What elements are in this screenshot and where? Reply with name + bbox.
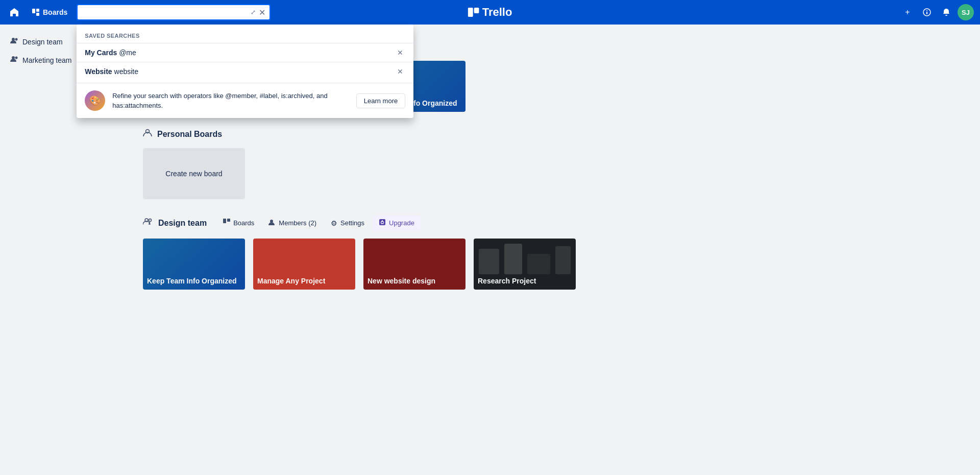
expand-icon[interactable]: ⤢ [251,9,256,16]
header-right: + SJ [899,4,974,20]
design-team-header: Design team Boards [143,216,960,230]
boards-tab-icon [223,219,230,227]
svg-rect-7 [926,12,927,14]
svg-point-9 [15,38,18,41]
svg-rect-4 [474,8,479,13]
team-icon-design [10,37,18,47]
logo-text: Trello [482,6,512,19]
sidebar-item-label-marketing: Marketing team [22,56,71,64]
home-button[interactable] [6,4,22,20]
boards-button[interactable]: Boards [27,5,72,19]
tab-settings[interactable]: ⚙ Settings [325,216,371,230]
close-search-icon[interactable]: ✕ [259,8,265,17]
svg-point-11 [15,57,18,59]
tip-icon: 🎨 [85,90,105,111]
design-board-title-2: Manage Any Project [257,276,325,286]
design-board-manage-project[interactable]: Manage Any Project [253,239,355,290]
svg-rect-3 [468,8,473,17]
boards-label: Boards [43,8,67,16]
notifications-button[interactable] [938,4,954,20]
create-button[interactable]: + [899,4,916,20]
tab-boards-label: Boards [233,219,254,227]
svg-rect-2 [36,13,39,16]
svg-rect-0 [32,9,35,13]
design-team-title: Design team [158,219,207,228]
personal-boards-grid: Create new board [143,148,960,199]
search-container: ⤢ ✕ SAVED SEARCHES My Cards @me ✕ Websit… [77,4,271,20]
svg-rect-16 [223,219,226,223]
sidebar-item-label-design: Design team [22,38,63,46]
design-board-title-3: New website design [368,276,435,286]
info-button[interactable] [919,4,935,20]
design-team-tabs: Boards Members (2) ⚙ Settings [217,216,421,230]
upgrade-tab-icon [379,219,386,227]
remove-saved-search-1[interactable]: ✕ [395,48,405,58]
design-board-title-4: Research Project [478,276,536,286]
team-icon-marketing [10,55,18,65]
saved-search-text-1: My Cards @me [85,49,136,57]
personal-boards-header: Personal Boards [143,128,960,140]
tab-upgrade[interactable]: Upgrade [373,216,421,230]
search-dropdown: SAVED SEARCHES My Cards @me ✕ Website we… [77,25,413,118]
header-logo: Trello [468,6,512,19]
saved-searches-label: SAVED SEARCHES [77,33,413,43]
person-icon [143,128,152,140]
svg-point-6 [926,10,927,11]
search-input-wrapper: ⤢ ✕ [77,4,271,20]
team-section-icon [143,217,152,229]
design-board-research[interactable]: Research Project [474,239,576,290]
tab-settings-label: Settings [340,219,364,227]
avatar[interactable]: SJ [958,4,974,20]
header: Boards ⤢ ✕ SAVED SEARCHES My Cards @me ✕… [0,0,980,25]
search-input[interactable] [82,8,248,16]
tab-upgrade-label: Upgrade [389,219,414,227]
tab-members-label: Members (2) [279,219,316,227]
svg-point-15 [149,219,152,222]
remove-saved-search-2[interactable]: ✕ [395,66,405,77]
svg-rect-17 [227,219,230,222]
search-tip: 🎨 Refine your search with operators like… [77,83,413,118]
personal-boards-title: Personal Boards [157,130,222,139]
learn-more-button[interactable]: Learn more [356,93,405,108]
saved-search-item-2[interactable]: Website website ✕ [77,62,413,81]
svg-rect-1 [36,9,39,12]
design-board-title-1: Keep Team Info Organized [147,276,237,286]
tab-members[interactable]: Members (2) [262,216,323,230]
saved-search-item-1[interactable]: My Cards @me ✕ [77,43,413,62]
members-tab-icon [268,219,276,227]
settings-tab-icon: ⚙ [331,219,337,227]
design-board-keep-team[interactable]: Keep Team Info Organized [143,239,245,290]
design-boards-grid: Keep Team Info Organized Manage Any Proj… [143,239,960,290]
saved-search-text-2: Website website [85,67,138,76]
create-board-card[interactable]: Create new board [143,148,245,199]
design-board-new-website[interactable]: New website design [363,239,465,290]
create-icon: + [905,8,910,17]
tab-boards[interactable]: Boards [217,216,260,230]
tip-text: Refine your search with operators like @… [112,91,349,111]
svg-rect-20 [381,223,384,224]
